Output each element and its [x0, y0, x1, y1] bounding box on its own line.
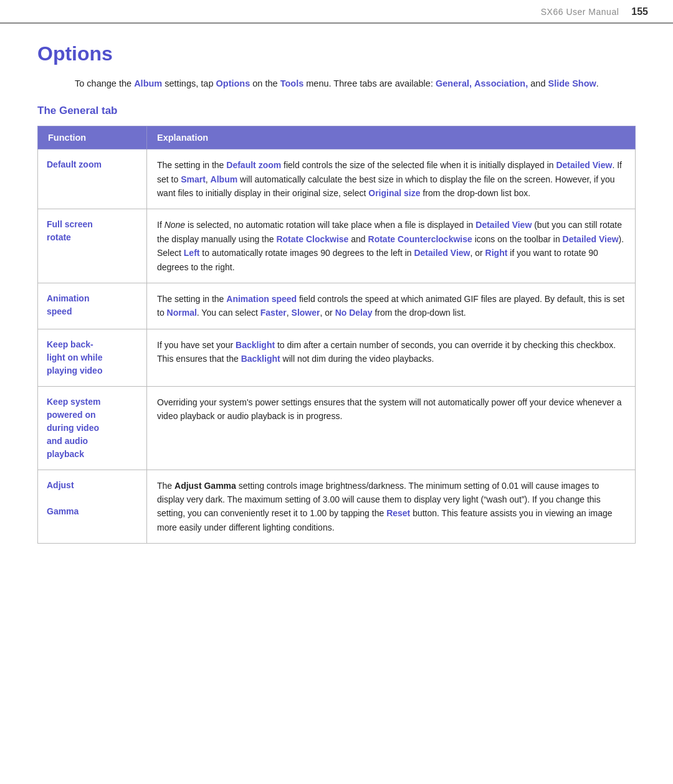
highlight: No Delay: [335, 308, 373, 318]
options-table: Function Explanation Default zoom The se…: [37, 126, 636, 544]
highlight: Detailed View: [556, 160, 612, 170]
function-label: AdjustGamma: [47, 480, 79, 516]
section-title: The General tab: [37, 105, 636, 117]
function-cell: Keep systempowered onduring videoand aud…: [38, 386, 147, 470]
highlight: Detailed View: [414, 248, 470, 258]
highlight: Slower: [292, 308, 320, 318]
explanation-cell: The Adjust Gamma setting controls image …: [147, 470, 636, 544]
table-row: Default zoom The setting in the Default …: [38, 149, 636, 209]
intro-slideshow: Slide Show: [548, 78, 596, 88]
highlight: Left: [184, 248, 200, 258]
explanation-cell: The setting in the Default zoom field co…: [147, 149, 636, 209]
highlight: Detailed View: [563, 234, 619, 244]
function-label: Keep systempowered onduring videoand aud…: [47, 397, 100, 459]
highlight: Rotate Counterclockwise: [368, 234, 472, 244]
intro-text-3: on the: [250, 78, 280, 88]
highlight: Backlight: [241, 354, 280, 364]
intro-paragraph: To change the Album settings, tap Option…: [75, 77, 636, 91]
highlight: Album: [211, 174, 238, 184]
page-title: Options: [37, 42, 636, 65]
page-container: SX66 User Manual 155 Options To change t…: [0, 0, 673, 784]
highlight: Normal: [167, 308, 197, 318]
highlight: Faster: [260, 308, 287, 318]
highlight-italic: None: [165, 220, 185, 230]
intro-album: Album: [134, 78, 162, 88]
intro-period: .: [596, 78, 599, 88]
col-function-header: Function: [38, 126, 147, 149]
intro-association: Association,: [474, 78, 528, 88]
table-row: Keep back-light on whileplaying video If…: [38, 329, 636, 386]
intro-text-4: menu. Three tabs are available:: [303, 78, 436, 88]
highlight: Backlight: [236, 340, 275, 350]
highlight: Smart: [181, 174, 206, 184]
function-cell: Keep back-light on whileplaying video: [38, 329, 147, 386]
highlight: Animation speed: [226, 294, 297, 304]
highlight: Right: [485, 248, 508, 258]
highlight: Rotate Clockwise: [276, 234, 348, 244]
explanation-cell: If you have set your Backlight to dim af…: [147, 329, 636, 386]
function-cell: Animationspeed: [38, 283, 147, 329]
function-label: Animationspeed: [47, 293, 89, 316]
highlight: Original size: [368, 188, 420, 198]
explanation-cell: Overriding your system's power settings …: [147, 386, 636, 470]
intro-tools: Tools: [280, 78, 304, 88]
table-row: Animationspeed The setting in the Animat…: [38, 283, 636, 329]
intro-options: Options: [216, 78, 251, 88]
table-header-row: Function Explanation: [38, 126, 636, 149]
explanation-cell: The setting in the Animation speed field…: [147, 283, 636, 329]
intro-text-2: settings, tap: [162, 78, 216, 88]
highlight: Detailed View: [475, 220, 532, 230]
function-label: Full screenrotate: [47, 219, 93, 242]
table-row: Keep systempowered onduring videoand aud…: [38, 386, 636, 470]
highlight: Default zoom: [226, 160, 281, 170]
function-label: Default zoom: [47, 159, 102, 169]
table-row: Full screenrotate If None is selected, n…: [38, 209, 636, 283]
page-header: SX66 User Manual 155: [0, 0, 673, 24]
function-cell: Default zoom: [38, 149, 147, 209]
main-content: Options To change the Album settings, ta…: [0, 24, 673, 569]
col-explanation-header: Explanation: [147, 126, 636, 149]
manual-title: SX66 User Manual: [541, 7, 619, 17]
function-cell: AdjustGamma: [38, 470, 147, 544]
intro-general: General,: [436, 78, 472, 88]
intro-text-5: and: [528, 78, 548, 88]
table-row: AdjustGamma The Adjust Gamma setting con…: [38, 470, 636, 544]
explanation-cell: If None is selected, no automatic rotati…: [147, 209, 636, 283]
function-cell: Full screenrotate: [38, 209, 147, 283]
intro-text-1: To change the: [75, 78, 134, 88]
page-number: 155: [631, 6, 648, 17]
highlight-bold: Adjust Gamma: [174, 481, 236, 491]
function-label: Keep back-light on whileplaying video: [47, 339, 102, 375]
highlight: Reset: [386, 508, 410, 518]
